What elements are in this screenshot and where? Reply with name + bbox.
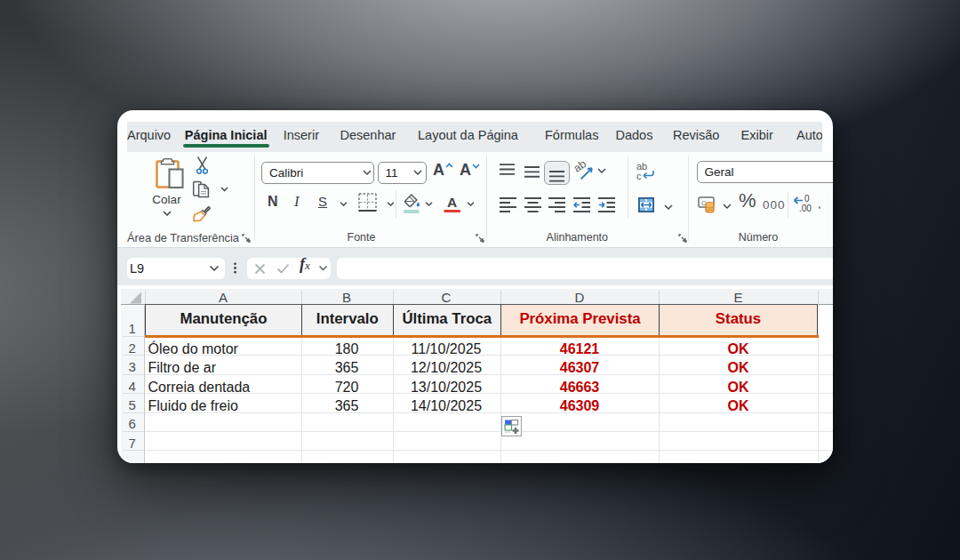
svg-text:0: 0 (804, 194, 810, 204)
svg-text:c: c (636, 171, 642, 180)
svg-text:A: A (447, 195, 457, 210)
svg-text:.00: .00 (799, 204, 812, 213)
